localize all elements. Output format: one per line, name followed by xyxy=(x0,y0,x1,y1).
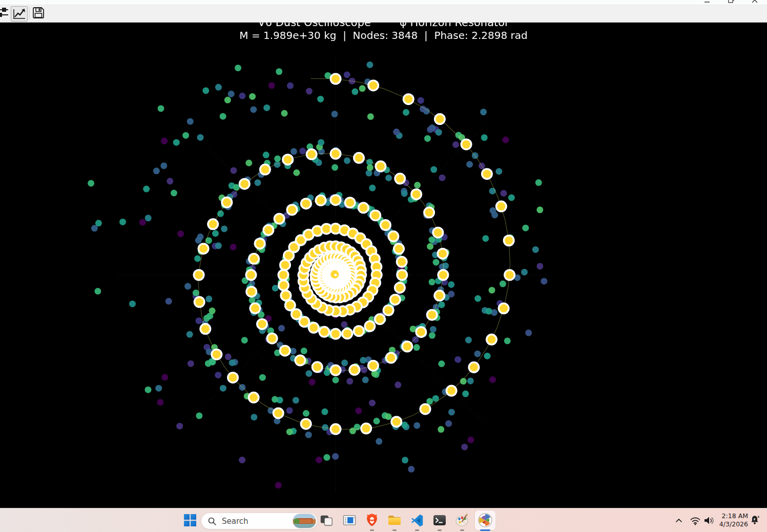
close-icon xyxy=(743,0,766,5)
matplotlib-figure-button[interactable] xyxy=(475,510,495,530)
sliders-icon xyxy=(0,6,9,19)
app-window-icon xyxy=(342,513,357,528)
close-button[interactable] xyxy=(743,0,766,5)
speaker-icon xyxy=(703,515,715,527)
brave-browser-button[interactable] xyxy=(364,513,380,528)
tray-date: 4/3/2026 xyxy=(715,520,748,528)
terminal-icon xyxy=(432,513,447,528)
configure-subplots-button[interactable] xyxy=(0,6,9,20)
screen: V6 Dust Oscilloscopeψ Horizon Resonator … xyxy=(0,0,767,532)
restore-button[interactable] xyxy=(719,0,743,5)
figure-canvas[interactable] xyxy=(0,23,767,508)
search-icon xyxy=(208,517,217,526)
search-highlight-image[interactable] xyxy=(293,514,316,528)
taskbar: Search xyxy=(0,508,767,532)
minimize-button[interactable] xyxy=(695,0,719,5)
task-view-button[interactable] xyxy=(319,513,334,528)
running-indicator xyxy=(415,529,419,531)
search-placeholder: Search xyxy=(222,517,293,526)
restore-icon xyxy=(719,0,743,5)
start-button[interactable] xyxy=(182,513,198,528)
folder-icon xyxy=(387,513,402,528)
terminal-button[interactable] xyxy=(432,513,447,528)
windows-logo-icon xyxy=(183,514,197,527)
wifi-button[interactable] xyxy=(690,508,702,532)
clock[interactable]: 2:18 AM 4/3/2026 xyxy=(715,512,748,528)
matplotlib-toolbar xyxy=(0,5,767,23)
minimize-icon xyxy=(695,0,719,5)
wifi-icon xyxy=(690,515,701,526)
figure-area: V6 Dust Oscilloscopeψ Horizon Resonator … xyxy=(0,23,767,508)
blue-window-app-button[interactable] xyxy=(342,513,357,528)
running-indicator xyxy=(438,529,442,531)
toolbar-separator xyxy=(29,7,30,19)
brave-icon xyxy=(364,513,380,528)
figure-subtitle: M = 1.989e+30 kg | Nodes: 3848 | Phase: … xyxy=(0,29,767,41)
save-figure-button[interactable] xyxy=(32,6,46,20)
matplotlib-logo-icon xyxy=(478,513,493,528)
do-not-disturb-bell-icon: z z xyxy=(749,515,760,526)
save-icon xyxy=(32,6,45,19)
notification-bell-button[interactable]: z z xyxy=(749,508,761,532)
volume-button[interactable] xyxy=(703,508,716,532)
tray-time: 2:18 AM xyxy=(715,512,748,520)
active-running-indicator xyxy=(480,529,490,531)
running-indicator xyxy=(370,529,374,531)
running-indicator xyxy=(460,529,464,531)
svg-text:z: z xyxy=(758,515,760,518)
paint-palette-icon xyxy=(454,513,470,528)
running-indicator xyxy=(392,529,397,531)
file-explorer-button[interactable] xyxy=(387,513,402,528)
tray-chevron-button[interactable] xyxy=(674,508,685,532)
paint-button[interactable] xyxy=(454,513,470,528)
vscode-icon xyxy=(410,513,424,527)
line-chart-icon xyxy=(12,7,27,20)
vscode-button[interactable] xyxy=(409,513,425,528)
search-input[interactable]: Search xyxy=(201,513,318,529)
chevron-up-icon xyxy=(674,516,683,525)
svg-text:z: z xyxy=(754,517,756,521)
window-titlebar xyxy=(0,0,767,5)
edit-axes-button[interactable] xyxy=(11,6,28,22)
task-view-icon xyxy=(319,513,334,527)
landscape-thumbnail-icon xyxy=(293,514,316,528)
